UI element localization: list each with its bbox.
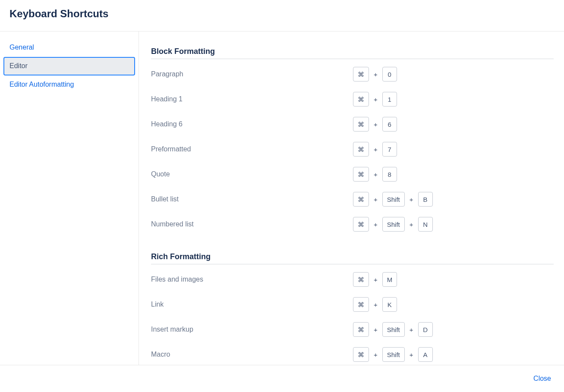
sidebar-item-label: General: [9, 44, 34, 51]
key-separator: +: [374, 96, 378, 103]
key: ⌘: [353, 142, 369, 157]
shortcut-label: Quote: [151, 170, 353, 178]
key-separator: +: [374, 301, 378, 308]
shortcut-keys: ⌘+Shift+A: [353, 347, 433, 362]
sidebar-item-editor[interactable]: Editor: [3, 57, 135, 75]
key: ⌘: [353, 297, 369, 312]
keyboard-shortcuts-dialog: Keyboard Shortcuts GeneralEditorEditor A…: [0, 0, 564, 392]
key: D: [418, 322, 433, 337]
sidebar-item-editor-autoformatting[interactable]: Editor Autoformatting: [3, 75, 135, 94]
key-separator: +: [410, 351, 413, 358]
shortcut-label: Link: [151, 301, 353, 308]
key-separator: +: [374, 146, 378, 153]
shortcut-row: Heading 6⌘+6: [151, 112, 554, 137]
shortcut-row: Numbered list⌘+Shift+N: [151, 212, 554, 237]
key: 7: [382, 142, 397, 157]
shortcut-label: Heading 1: [151, 95, 353, 103]
shortcut-row: Paragraph⌘+0: [151, 62, 554, 87]
key-separator: +: [410, 326, 413, 333]
key: ⌘: [353, 67, 369, 82]
section-title: Rich Formatting: [151, 252, 554, 264]
shortcut-keys: ⌘+K: [353, 297, 397, 312]
key-separator: +: [374, 351, 378, 358]
shortcut-label: Insert markup: [151, 326, 353, 333]
key-separator: +: [374, 221, 378, 228]
shortcut-row: Insert markup⌘+Shift+D: [151, 317, 554, 342]
shortcut-keys: ⌘+7: [353, 142, 397, 157]
shortcut-label: Bullet list: [151, 195, 353, 203]
key: ⌘: [353, 92, 369, 107]
shortcut-keys: ⌘+Shift+B: [353, 192, 433, 207]
key: 1: [382, 92, 397, 107]
section-title: Block Formatting: [151, 47, 554, 59]
close-button[interactable]: Close: [531, 373, 554, 384]
shortcut-row: Preformatted⌘+7: [151, 137, 554, 162]
shortcut-keys: ⌘+8: [353, 167, 397, 182]
key: Shift: [382, 347, 405, 362]
key-separator: +: [374, 71, 378, 78]
key: K: [382, 297, 397, 312]
key-separator: +: [374, 121, 378, 128]
shortcut-keys: ⌘+M: [353, 272, 397, 287]
key: Shift: [382, 322, 405, 337]
key-separator: +: [374, 276, 378, 283]
key: M: [382, 272, 397, 287]
key-separator: +: [410, 221, 413, 228]
key-separator: +: [374, 171, 378, 178]
key: 8: [382, 167, 397, 182]
shortcut-row: Quote⌘+8: [151, 162, 554, 187]
shortcut-keys: ⌘+Shift+D: [353, 322, 433, 337]
shortcut-label: Files and images: [151, 276, 353, 283]
key: N: [418, 217, 433, 232]
key: ⌘: [353, 347, 369, 362]
shortcut-label: Macro: [151, 351, 353, 358]
shortcut-row: Link⌘+K: [151, 292, 554, 317]
key: ⌘: [353, 117, 369, 132]
shortcut-row: Bullet list⌘+Shift+B: [151, 187, 554, 212]
dialog-body: GeneralEditorEditor Autoformatting Block…: [0, 31, 564, 365]
shortcut-label: Preformatted: [151, 145, 353, 153]
shortcut-label: Numbered list: [151, 220, 353, 228]
key: Shift: [382, 192, 405, 207]
key: 0: [382, 67, 397, 82]
content-pane[interactable]: Block FormattingParagraph⌘+0Heading 1⌘+1…: [139, 31, 564, 365]
shortcut-row: Files and images⌘+M: [151, 267, 554, 292]
key: Shift: [382, 217, 405, 232]
sidebar-item-label: Editor Autoformatting: [9, 81, 74, 88]
key-separator: +: [374, 326, 378, 333]
sidebar: GeneralEditorEditor Autoformatting: [0, 31, 139, 365]
key-separator: +: [410, 196, 413, 203]
key: ⌘: [353, 322, 369, 337]
key: ⌘: [353, 217, 369, 232]
shortcut-label: Paragraph: [151, 70, 353, 78]
shortcut-row: Macro⌘+Shift+A: [151, 342, 554, 365]
shortcut-keys: ⌘+0: [353, 67, 397, 82]
shortcut-keys: ⌘+Shift+N: [353, 217, 433, 232]
shortcut-label: Heading 6: [151, 120, 353, 128]
shortcut-keys: ⌘+6: [353, 117, 397, 132]
dialog-title: Keyboard Shortcuts: [9, 8, 555, 20]
key: A: [418, 347, 433, 362]
key: ⌘: [353, 192, 369, 207]
dialog-header: Keyboard Shortcuts: [0, 0, 564, 31]
sidebar-item-general[interactable]: General: [3, 38, 135, 57]
sidebar-item-label: Editor: [9, 62, 28, 69]
key: B: [418, 192, 433, 207]
key-separator: +: [374, 196, 378, 203]
shortcut-row: Heading 1⌘+1: [151, 87, 554, 112]
key: ⌘: [353, 167, 369, 182]
shortcut-keys: ⌘+1: [353, 92, 397, 107]
key: ⌘: [353, 272, 369, 287]
key: 6: [382, 117, 397, 132]
dialog-footer: Close: [0, 365, 564, 392]
